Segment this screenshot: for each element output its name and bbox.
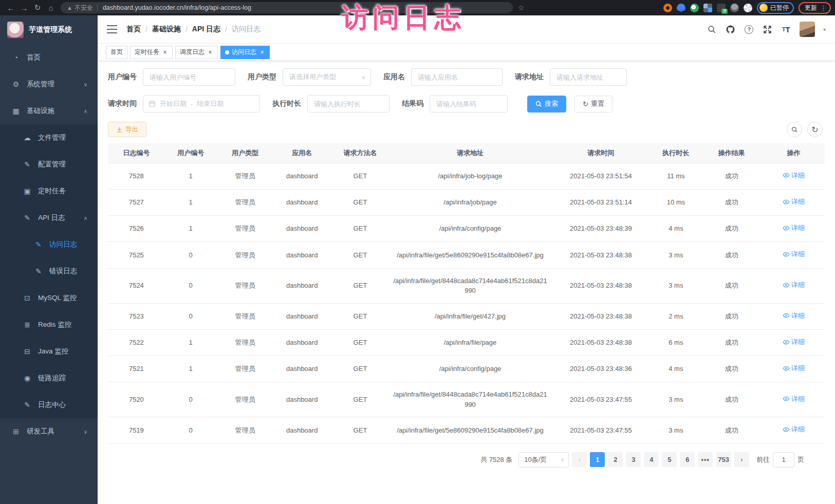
detail-link[interactable]: 详细 [783,223,805,233]
table-cell: dashboard [273,216,330,242]
table-row: 75211管理员dashboardGET/api/infra/config/pa… [108,356,825,382]
reset-button[interactable]: ↻ 重置 [574,96,613,113]
table-header-cell: 请求地址 [390,143,550,163]
eye-icon [783,312,790,319]
sidebar-item[interactable]: ▣定时任务 [0,178,98,204]
reload-icon[interactable]: ↻ [31,3,44,12]
search-button[interactable]: 搜索 [527,96,566,113]
sidebar-item[interactable]: ⚙系统管理∨ [0,71,98,98]
chevron-down-icon: ∨ [84,82,87,87]
sidebar-item[interactable]: ⊡MySQL 监控 [0,285,98,311]
search-icon[interactable] [707,24,717,34]
chevron-down-icon[interactable]: ▾ [823,27,826,32]
github-icon[interactable] [726,24,736,34]
sidebar-fold-icon[interactable] [107,25,117,33]
close-icon[interactable]: × [162,49,168,56]
extension-icon[interactable] [663,4,672,12]
extension-icon[interactable] [690,4,699,12]
app-name-input[interactable] [411,68,503,86]
extension-icon[interactable]: 荐 [717,4,726,12]
sidebar-item[interactable]: ◔首页 [0,44,98,71]
page-button-3[interactable]: 3 [626,452,641,467]
page-button-4[interactable]: 4 [644,452,659,467]
detail-link[interactable]: 详细 [783,171,805,181]
font-size-icon[interactable]: TT [781,24,791,34]
prev-page-button[interactable]: ‹ [572,452,587,467]
sidebar-item[interactable]: ✎错误日志 [0,258,98,285]
sidebar-item[interactable]: ▦基础设施∧ [0,98,98,124]
next-page-button[interactable]: › [734,452,749,467]
detail-link[interactable]: 详细 [783,394,805,404]
security-label[interactable]: 不安全 [75,4,93,12]
sidebar-item[interactable]: ⊞研发工具∨ [0,418,98,445]
close-icon[interactable]: × [207,49,213,56]
fullscreen-icon[interactable] [763,24,773,34]
extension-icon[interactable] [730,4,739,12]
job-icon: ▣ [23,187,32,195]
table-cell: 7520 [108,382,165,417]
detail-link[interactable]: 详细 [783,363,805,374]
goto-page-input[interactable] [773,452,794,468]
detail-link[interactable]: 详细 [783,280,805,290]
close-icon[interactable]: × [259,49,265,56]
extension-icon[interactable] [744,4,752,12]
sidebar-item[interactable]: ✎日志中心 [0,391,98,418]
extension-icon[interactable] [703,4,712,12]
table-cell-actions: 详细 [763,189,825,215]
table-header-cell: 用户类型 [217,143,274,163]
tab-访问日志[interactable]: 访问日志× [220,46,270,59]
browser-update-button[interactable]: 更新 ⋮ [799,2,831,14]
duration-input[interactable] [307,95,389,113]
detail-link[interactable]: 详细 [783,337,805,347]
request-time-range-picker[interactable]: 开始日期 - 结束日期 [143,95,260,113]
table-cell: 2021-05-03 23:51:14 [550,189,651,215]
user-type-select[interactable]: 请选择用户类型 ∨ [283,68,371,86]
tab-首页[interactable]: 首页 [106,46,127,59]
detail-link[interactable]: 详细 [783,197,805,207]
toggle-search-button[interactable] [787,122,802,137]
breadcrumb-item[interactable]: API 日志 [192,25,220,34]
forward-icon[interactable]: → [17,4,31,12]
page-button-753[interactable]: 753 [716,452,731,467]
user-avatar[interactable] [800,22,815,37]
browser-profile-chip[interactable]: 已暂停 [757,2,794,14]
sidebar-item[interactable]: ✎API 日志∧ [0,204,98,231]
table-cell: /api/infra/file/page [390,329,550,356]
breadcrumb-item[interactable]: 基础设施 [152,25,181,34]
back-icon[interactable]: ← [4,4,17,12]
sidebar-item[interactable]: ≣Redis 监控 [0,311,98,338]
breadcrumb-item[interactable]: 首页 [126,25,141,34]
sidebar-item[interactable]: ✎配置管理 [0,151,98,178]
page-button-6[interactable]: 6 [680,452,695,467]
sidebar-item[interactable]: ◉链路追踪 [0,365,98,391]
detail-link[interactable]: 详细 [783,249,805,259]
table-row: 75281管理员dashboardGET/api/infra/job-log/p… [108,163,825,189]
page-button-1[interactable]: 1 [590,452,605,467]
sidebar-item[interactable]: ✎访问日志 [0,231,98,258]
extension-icon[interactable] [677,4,685,12]
bookmark-star-icon[interactable]: ☆ [518,4,525,12]
table-header-row: 日志编号用户编号用户类型应用名请求方法名请求地址请求时间执行时长操作结果操作 [108,143,825,163]
user-id-input[interactable] [143,68,235,86]
tab-调度日志[interactable]: 调度日志× [175,46,218,59]
home-icon[interactable]: ⌂ [44,4,58,12]
table-cell: /api/infra/file/get/8448cada8c714e4ab61f… [390,382,550,417]
sidebar-item[interactable]: ☁文件管理 [0,124,98,151]
kebab-menu-icon[interactable]: ⋮ [820,4,827,12]
help-icon[interactable]: ? [744,24,754,34]
page-button-2[interactable]: 2 [608,452,623,467]
detail-link[interactable]: 详细 [783,311,805,321]
result-code-input[interactable] [430,95,508,113]
app-logo[interactable]: 芋道管理系统 [0,15,98,44]
request-url-input[interactable] [550,68,627,86]
page-button-5[interactable]: 5 [662,452,677,467]
sidebar-item[interactable]: ⊟Java 监控 [0,338,98,365]
table-header-cell: 请求方法名 [330,143,390,163]
export-button[interactable]: 导出 [108,122,146,137]
table-body: 75281管理员dashboardGET/api/infra/job-log/p… [108,163,825,443]
tab-定时任务[interactable]: 定时任务× [130,46,173,59]
address-bar[interactable]: ▲ 不安全 dashboard.yudao.iocoder.cn/infra/l… [61,2,513,13]
refresh-table-button[interactable]: ↻ [807,122,823,137]
page-size-select[interactable]: 10条/页 ∨ [518,452,569,468]
detail-link[interactable]: 详细 [783,424,805,435]
